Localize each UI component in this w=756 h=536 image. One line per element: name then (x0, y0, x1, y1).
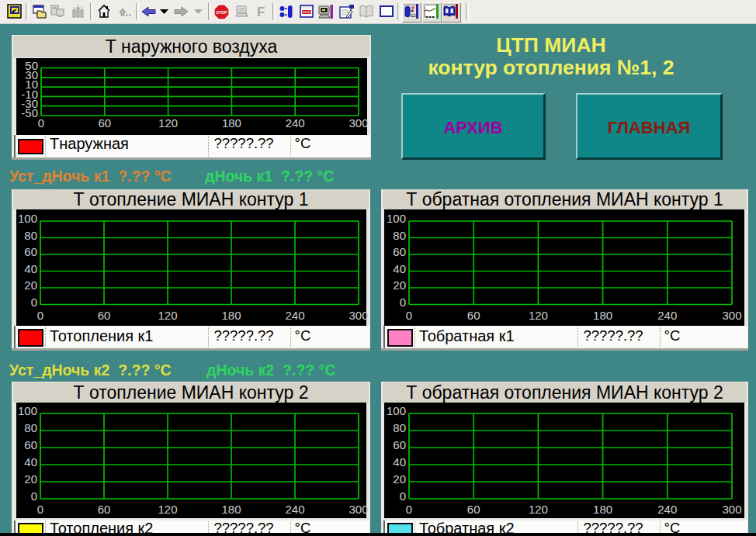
svg-text:12: 12 (411, 13, 416, 18)
svg-text:STOP: STOP (216, 10, 227, 15)
